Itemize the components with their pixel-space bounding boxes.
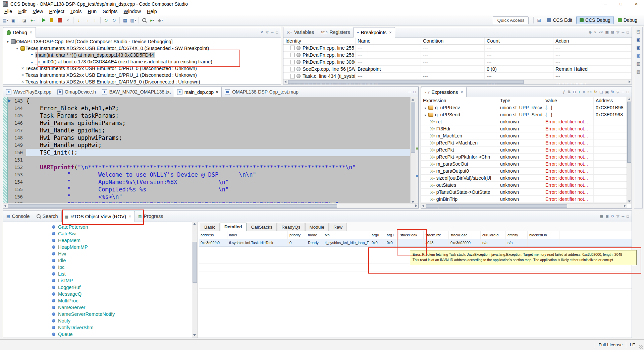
scroll-right-icon[interactable] [629, 80, 631, 83]
minimized-view-2-icon[interactable]: ▣ [635, 45, 641, 51]
close-icon[interactable]: × [30, 30, 32, 35]
column-header-arg0[interactable]: arg0 [370, 231, 385, 239]
minimized-view-1-icon[interactable]: ▣ [635, 37, 641, 43]
scrollbar-thumb[interactable] [426, 204, 567, 208]
scroll-up-icon[interactable] [628, 98, 631, 100]
view-menu-icon[interactable]: ▽ [616, 215, 619, 218]
column-header-stackpeak[interactable]: stackPeak [398, 231, 424, 239]
column-header-curcoreid[interactable]: curCoreId [481, 231, 506, 239]
code-line[interactable]: 145 Task_Params taskParams; [7, 112, 410, 119]
rov-module-heapmemmp[interactable]: HeapMemMP [3, 244, 192, 250]
maximize-icon[interactable]: □ [413, 90, 416, 94]
subtab-callstacks[interactable]: CallStacks [247, 223, 277, 231]
chevron-down-icon[interactable]: ▾ [5, 40, 10, 44]
expression-row[interactable]: (x)=sizeof(outBinVal)/sizeof(UIunknownEr… [421, 175, 632, 182]
column-header-type[interactable]: Type [498, 97, 543, 104]
column-header-blockedon[interactable]: blockedOn [528, 231, 559, 239]
expression-row[interactable]: ▸g_uPPRecvunion st_UPP_Recv{...}0xC3E01B… [421, 104, 632, 111]
code-line[interactable]: 155 " Compiled:%s %s \n" [7, 186, 410, 193]
code-line[interactable]: 150 TSC_init(); [7, 149, 410, 156]
maximize-icon[interactable]: □ [627, 90, 629, 94]
expression-row[interactable]: (x)=gInBinTripunknownError: identifier n… [421, 196, 632, 203]
debug-target-row[interactable]: ×Texas Instruments XDS2xx USB Emulator_0… [3, 78, 281, 85]
step-return-icon[interactable]: ↑ [91, 16, 99, 24]
subtab-readyqs[interactable]: ReadyQs [277, 223, 305, 231]
tab-debug[interactable]: Debug × [3, 27, 36, 38]
breakpoint-checkbox[interactable] [290, 67, 295, 71]
perspective-ccs-debug[interactable]: CCS Debug [576, 16, 614, 24]
step-over-icon[interactable]: → [83, 16, 91, 24]
tab-variables[interactable]: (x)=Variables [283, 27, 317, 37]
chevron-right-icon[interactable]: ▸ [423, 113, 428, 117]
show-grouping-icon[interactable]: ▦ [605, 31, 608, 34]
rov-module-nameserverremotenotify[interactable]: NameServerRemoteNotify [3, 311, 192, 317]
column-header-arg1[interactable]: arg1 [385, 231, 398, 239]
rov-module-gateswi[interactable]: GateSwi [3, 230, 192, 237]
rov-module-hwi[interactable]: Hwi [3, 250, 192, 257]
debug-launch-icon[interactable]: ●▾ [29, 16, 36, 24]
debug-target-row[interactable]: ×Texas Instruments XDS2xx USB Emulator_0… [3, 72, 281, 78]
expression-row[interactable]: (x)=retunknownError: identifier not... [421, 118, 632, 125]
minimized-view-4-icon[interactable]: ▥ [635, 61, 641, 67]
search-icon[interactable] [141, 16, 148, 24]
refresh-icon[interactable]: ↻ [611, 90, 614, 94]
minimized-view-3-icon[interactable]: ▣ [635, 53, 641, 59]
quick-access-button[interactable]: Quick Access [493, 16, 529, 24]
menu-item-window[interactable]: Window [121, 9, 144, 14]
resume-icon[interactable] [40, 16, 47, 24]
rov-module-notify[interactable]: Notify [3, 317, 192, 324]
breakpoint-row[interactable]: SoeExp.cpp, line 56 [S/WBreakpoint0 (0)R… [283, 66, 632, 73]
menu-item-project[interactable]: Project [46, 9, 67, 14]
column-header-label[interactable]: label [227, 231, 288, 239]
scrollbar-thumb[interactable] [193, 242, 197, 283]
scroll-left-icon[interactable] [4, 205, 6, 207]
new-rov-view-icon[interactable]: ⊞ [606, 215, 609, 218]
minimized-view-5-icon[interactable]: ▨ [635, 69, 641, 75]
expression-row[interactable]: (x)=pRecPktunknownError: identifier not.… [421, 147, 632, 154]
editor-vscrollbar[interactable] [410, 97, 416, 205]
rov-module-multiproc[interactable]: MultiProc [3, 297, 192, 304]
editor-hscrollbar[interactable] [3, 203, 418, 208]
close-icon[interactable]: × [129, 214, 131, 219]
external-tools-icon[interactable]: ▸▾ [149, 16, 156, 24]
column-header-priority[interactable]: priority [288, 231, 306, 239]
breakpoint-checkbox[interactable] [290, 53, 295, 57]
tab-search[interactable]: Search [33, 211, 61, 222]
refresh-icon[interactable]: ↻ [611, 215, 614, 218]
minimize-button[interactable]: ─ [598, 0, 613, 8]
rov-module-nameserver[interactable]: NameServer [3, 304, 192, 311]
show-types-icon[interactable]: ƒ [563, 90, 565, 94]
maximize-icon[interactable]: □ [276, 31, 278, 34]
chevron-down-icon[interactable]: ▾ [14, 47, 20, 50]
column-header-mode[interactable]: mode [306, 231, 323, 239]
column-header-identity[interactable]: Identity [283, 38, 356, 44]
rov-module-loggerbuf[interactable]: LoggerBuf [3, 284, 192, 291]
chevron-right-icon[interactable]: ▸ [423, 106, 428, 110]
remove-all-icon[interactable]: ×× [587, 90, 592, 94]
code-line[interactable]: 147 Hwi_Handle gpioHwi; [7, 127, 410, 134]
scrollbar-thumb[interactable] [288, 80, 524, 84]
breakpoint-row[interactable]: PktDealFn.cpp, line 3066------------ [283, 59, 632, 66]
rov-module-ipc[interactable]: Ipc [3, 264, 192, 271]
subtab-raw[interactable]: Raw [329, 223, 347, 231]
column-header-expression[interactable]: Expression [421, 97, 498, 104]
remove-all-icon[interactable]: ×× [599, 31, 603, 34]
tab-expressions[interactable]: x+y Expressions × [421, 87, 467, 97]
expression-row[interactable]: (x)=m_paraSoeOutunknownError: identifier… [421, 161, 632, 168]
column-header-action[interactable]: Action [553, 38, 632, 44]
rov-module-messageq[interactable]: MessageQ [3, 291, 192, 297]
menu-item-view[interactable]: View [30, 9, 46, 14]
tab-registers[interactable]: 1010Registers [317, 27, 353, 37]
open-perspective-icon[interactable]: ⊞ [535, 16, 543, 24]
reload-values-icon[interactable]: ↻ [594, 90, 597, 94]
scroll-left-icon[interactable] [422, 205, 424, 207]
expression-row[interactable]: (x)=outStatesunknownError: identifier no… [421, 182, 632, 189]
close-icon[interactable]: × [461, 90, 463, 95]
new-window-icon[interactable]: ▢ [599, 90, 603, 94]
minimize-icon[interactable]: ─ [622, 31, 625, 34]
breakpoint-checkbox[interactable] [290, 46, 295, 50]
tab-rtos-object-view-rov[interactable]: ▦RTOS Object View (ROV)× [61, 211, 135, 222]
add-expression-icon[interactable]: + [578, 90, 580, 94]
perspective-debug[interactable]: Debug [614, 16, 641, 24]
step-into-icon[interactable]: ↓ [75, 16, 83, 24]
